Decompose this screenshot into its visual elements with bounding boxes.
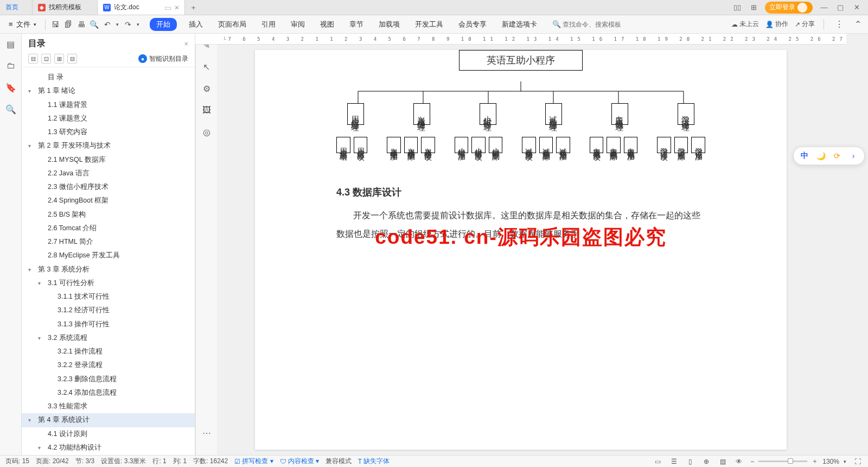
status-words[interactable]: 字数: 16242 — [193, 457, 228, 466]
toc-item[interactable]: 1.2 课题意义 — [22, 112, 195, 125]
status-page-code[interactable]: 页码: 15 — [5, 457, 29, 466]
view-web-icon[interactable]: ⊕ — [701, 457, 711, 466]
login-button[interactable]: 立即登录 — [765, 2, 813, 14]
toc-item[interactable]: 3.2.1 操作流程 — [22, 345, 195, 358]
tab-menu-icon[interactable]: ▭ — [164, 3, 171, 12]
toc-item[interactable]: 3.1.1 技术可行性 — [22, 290, 195, 304]
menu-9[interactable]: 会员专享 — [455, 17, 490, 31]
toc-item[interactable]: 3.2.3 删除信息流程 — [22, 373, 195, 386]
share-button[interactable]: ↗分享 — [795, 20, 815, 29]
print-icon[interactable]: 🖶 — [76, 19, 87, 30]
zoom-out-icon[interactable]: − — [750, 458, 754, 465]
reload-icon[interactable]: ⟳ — [832, 150, 843, 161]
toc-item[interactable]: 4.3.1 数据库物理设计 — [22, 455, 195, 455]
page-scroll[interactable]: 英语互助小程序 用户信息管理兴趣小组管理小组打卡管理试卷信息管理主题资讯管理学习… — [195, 45, 846, 455]
outline-icon[interactable]: ▤ — [5, 38, 17, 50]
toc-item[interactable]: ▾第 1 章 绪论 — [22, 84, 195, 98]
menu-6[interactable]: 章节 — [346, 17, 367, 31]
file-menu[interactable]: ≡ 文件 ▾ — [4, 20, 41, 29]
smart-toc-button[interactable]: ● 智能识别目录 — [138, 54, 188, 64]
export-icon[interactable]: 🗐 — [63, 19, 74, 30]
new-tab-button[interactable]: ＋ — [185, 0, 202, 15]
tab-home[interactable]: 首页 — [0, 0, 33, 15]
spellcheck-button[interactable]: ☑拼写检查 ▾ — [234, 457, 273, 466]
toc-item[interactable]: 2.6 Tomcat 介绍 — [22, 222, 195, 235]
undo-drop-icon[interactable]: ▾ — [115, 19, 120, 30]
bookmark-icon[interactable]: 🔖 — [5, 81, 17, 93]
toc-item[interactable]: 3.3 性能需求 — [22, 400, 195, 413]
status-row[interactable]: 行: 1 — [152, 457, 166, 466]
chevron-right-icon[interactable]: › — [848, 150, 859, 161]
search-bar[interactable]: 🔍 — [552, 20, 672, 28]
layout-icon[interactable]: ▯▯ — [732, 3, 742, 12]
view-phone-icon[interactable]: ▯ — [685, 457, 695, 466]
view-page-icon[interactable]: ▭ — [653, 457, 662, 466]
toc-item[interactable]: ▾3.1 可行性分析 — [22, 276, 195, 290]
menu-5[interactable]: 视图 — [317, 17, 337, 31]
moon-icon[interactable]: 🌙 — [815, 150, 826, 161]
toc-item[interactable]: 2.8 MyEclipse 开发工具 — [22, 249, 195, 262]
toc-item[interactable]: 3.1.2 经济可行性 — [22, 304, 195, 317]
zoom-value[interactable]: 130% — [822, 458, 839, 465]
coop-button[interactable]: 👤协作 — [765, 20, 788, 29]
menu-0[interactable]: 开始 — [150, 18, 177, 31]
zoom-control[interactable]: − ＋ 130% ▾ — [750, 457, 846, 466]
ime-pill[interactable]: 中 🌙 ⟳ › — [793, 147, 865, 165]
menu-10[interactable]: 新建选项卡 — [499, 17, 540, 31]
status-page[interactable]: 页面: 20/42 — [36, 457, 69, 466]
menu-8[interactable]: 开发工具 — [412, 17, 446, 31]
menu-2[interactable]: 页面布局 — [215, 17, 250, 31]
status-col[interactable]: 列: 1 — [173, 457, 187, 466]
missing-font[interactable]: T缺失字体 — [358, 457, 390, 466]
toc-item[interactable]: 1.1 课题背景 — [22, 98, 195, 112]
ruler[interactable]: └ 7 6 5 4 3 2 1 1 2 3 4 5 6 7 8 9 10 11 … — [195, 34, 846, 45]
maximize-icon[interactable]: ▢ — [835, 3, 845, 12]
panel-close-icon[interactable]: × — [184, 40, 188, 48]
more-icon[interactable]: ⋮ — [833, 19, 846, 29]
cloud-status[interactable]: ☁未上云 — [731, 20, 759, 29]
remove-icon[interactable]: ⊟ — [67, 54, 77, 64]
status-section[interactable]: 节: 3/3 — [75, 457, 94, 466]
status-setval[interactable]: 设置值: 3.3厘米 — [101, 457, 146, 466]
search-input[interactable] — [563, 21, 671, 28]
compat-mode[interactable]: 兼容模式 — [326, 457, 352, 466]
toc-item[interactable]: ▾3.2 系统流程 — [22, 331, 195, 345]
zoom-slider[interactable] — [758, 460, 807, 462]
clipboard-icon[interactable]: 🗀 — [5, 60, 17, 72]
undo-icon[interactable]: ↶ — [102, 19, 113, 30]
menu-4[interactable]: 审阅 — [288, 17, 308, 31]
expand-icon[interactable]: ⌃ — [852, 19, 864, 29]
toc-item[interactable]: 目 录 — [22, 71, 195, 84]
toc-item[interactable]: 2.4 SpringBoot 框架 — [22, 194, 195, 207]
toc-item[interactable]: 2.1 MYSQL 数据库 — [22, 153, 195, 167]
redo-icon[interactable]: ↷ — [123, 19, 133, 30]
view-list-icon[interactable]: ☰ — [669, 457, 679, 466]
collapse-all-icon[interactable]: ⊟ — [28, 54, 38, 64]
close-window-icon[interactable]: ✕ — [852, 3, 861, 12]
preview-icon[interactable]: 🔍 — [89, 19, 100, 30]
menu-7[interactable]: 加载项 — [375, 17, 403, 31]
toc-item[interactable]: 2.7 HTML 简介 — [22, 235, 195, 249]
toc-item[interactable]: ▾第 2 章 开发环境与技术 — [22, 139, 195, 153]
find-icon[interactable]: 🔍 — [5, 103, 17, 115]
add-icon[interactable]: ⊞ — [54, 54, 64, 64]
menu-3[interactable]: 引用 — [258, 17, 279, 31]
zoom-drop-icon[interactable]: ▾ — [844, 459, 846, 464]
redo-drop-icon[interactable]: ▾ — [136, 19, 141, 30]
toc-item[interactable]: 3.1.3 操作可行性 — [22, 318, 195, 331]
toc-item[interactable]: ▾第 3 章 系统分析 — [22, 263, 195, 276]
grid-icon[interactable]: ⊞ — [749, 3, 758, 12]
toc-item[interactable]: ▾4.2 功能结构设计 — [22, 441, 195, 455]
toc-item[interactable]: 3.2.4 添加信息流程 — [22, 386, 195, 400]
minimize-icon[interactable]: — — [819, 3, 829, 12]
expand-all-icon[interactable]: ⊡ — [41, 54, 51, 64]
view-read-icon[interactable]: ▤ — [718, 457, 727, 466]
toc-item[interactable]: 4.1 设计原则 — [22, 427, 195, 441]
tab-template[interactable]: ◆ 找稻壳模板 — [33, 0, 98, 15]
content-check-button[interactable]: 🛡内容检查 ▾ — [280, 457, 319, 466]
toc-item[interactable]: 2.5 B/S 架构 — [22, 208, 195, 222]
toc-item[interactable]: 2.2 Java 语言 — [22, 167, 195, 180]
tab-document[interactable]: W 论文.doc ▭ × — [98, 0, 185, 15]
zoom-in-icon[interactable]: ＋ — [812, 457, 818, 466]
eye-icon[interactable]: 👁 — [734, 457, 744, 466]
